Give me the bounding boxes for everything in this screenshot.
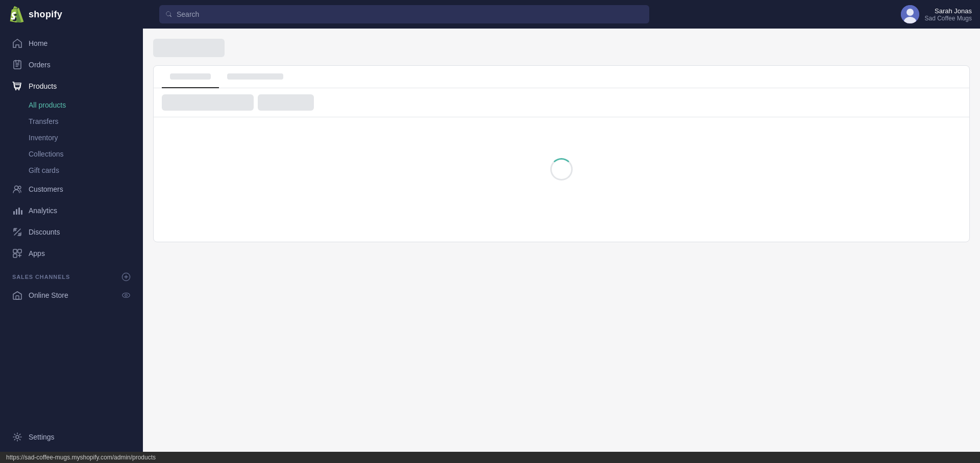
topbar: shopify Sarah Jonas Sad Coffee Mugs <box>0 0 980 29</box>
svg-rect-14 <box>13 249 17 253</box>
sidebar-item-products-label: Products <box>29 82 57 90</box>
svg-point-13 <box>19 234 20 235</box>
sidebar-item-analytics-label: Analytics <box>29 207 57 215</box>
svg-rect-8 <box>13 211 15 215</box>
svg-rect-11 <box>21 210 22 215</box>
svg-point-5 <box>18 89 19 90</box>
sidebar-item-orders-label: Orders <box>29 61 51 69</box>
svg-point-21 <box>16 435 19 439</box>
sales-channels-label: SALES CHANNELS <box>12 274 70 280</box>
sidebar-item-orders[interactable]: Orders <box>4 55 139 75</box>
sidebar-item-online-store-label: Online Store <box>29 291 68 299</box>
sidebar-item-discounts[interactable]: Discounts <box>4 222 139 242</box>
card-tabs <box>154 66 969 88</box>
svg-rect-16 <box>13 254 17 258</box>
svg-point-6 <box>15 186 18 190</box>
search-bar[interactable] <box>159 5 649 23</box>
svg-rect-10 <box>18 208 20 215</box>
sidebar-subitem-gift-cards-label: Gift cards <box>29 166 59 174</box>
sidebar-item-settings[interactable]: Settings <box>4 427 139 447</box>
products-icon <box>12 81 22 91</box>
search-icon <box>165 11 173 18</box>
discounts-icon <box>12 227 22 237</box>
search-input[interactable] <box>177 10 643 18</box>
svg-rect-9 <box>16 209 17 215</box>
user-name: Sarah Jonas <box>924 7 972 15</box>
sidebar-subitem-inventory-label: Inventory <box>29 134 58 142</box>
svg-rect-18 <box>16 296 19 299</box>
user-info: Sarah Jonas Sad Coffee Mugs <box>924 7 972 22</box>
svg-point-12 <box>15 229 16 231</box>
sidebar-subitem-all-products-label: All products <box>29 101 66 109</box>
shopify-logo-icon <box>8 6 24 22</box>
user-store: Sad Coffee Mugs <box>924 15 972 22</box>
sidebar-item-home[interactable]: Home <box>4 33 139 54</box>
svg-point-7 <box>18 186 21 189</box>
sidebar-item-home-label: Home <box>29 39 47 47</box>
tab-skeleton-1 <box>170 73 211 80</box>
svg-point-4 <box>15 89 16 90</box>
sales-channels-header: SALES CHANNELS <box>0 264 143 285</box>
sidebar-subitem-gift-cards[interactable]: Gift cards <box>4 163 139 178</box>
toolbar-search-skeleton <box>162 94 254 111</box>
sidebar-subitem-transfers[interactable]: Transfers <box>4 114 139 129</box>
sidebar-subitem-transfers-label: Transfers <box>29 117 59 125</box>
sidebar-subitem-collections-label: Collections <box>29 150 63 158</box>
sidebar-item-products[interactable]: Products <box>4 76 139 96</box>
main-layout: Home Orders <box>0 29 980 452</box>
online-store-eye-icon[interactable] <box>121 291 131 300</box>
status-bar: https://sad-coffee-mugs.myshopify.com/ad… <box>0 452 980 463</box>
card-toolbar <box>154 88 969 117</box>
apps-icon <box>12 248 22 259</box>
sidebar-item-discounts-label: Discounts <box>29 228 60 236</box>
svg-point-20 <box>125 294 128 297</box>
sidebar-item-analytics[interactable]: Analytics <box>4 200 139 221</box>
svg-point-1 <box>906 9 914 16</box>
tab-all[interactable] <box>162 66 219 88</box>
sidebar-subitem-all-products[interactable]: All products <box>4 97 139 113</box>
sidebar-item-apps-label: Apps <box>29 249 45 258</box>
sidebar-subitem-collections[interactable]: Collections <box>4 146 139 162</box>
add-sales-channel-button[interactable] <box>121 272 131 281</box>
user-area[interactable]: Sarah Jonas Sad Coffee Mugs <box>901 5 972 23</box>
sidebar-subitem-inventory[interactable]: Inventory <box>4 130 139 145</box>
orders-icon <box>12 60 22 70</box>
sidebar-footer: Settings <box>0 422 143 448</box>
sidebar-item-apps[interactable]: Apps <box>4 243 139 264</box>
sidebar-item-customers[interactable]: Customers <box>4 179 139 199</box>
loading-spinner <box>550 158 573 181</box>
sidebar-item-settings-label: Settings <box>29 433 55 441</box>
avatar <box>901 5 919 23</box>
tab-skeleton-2 <box>227 73 283 80</box>
skeleton-button <box>153 39 225 57</box>
loading-area <box>154 117 969 242</box>
home-icon <box>12 38 22 48</box>
settings-icon <box>12 432 22 442</box>
sidebar: Home Orders <box>0 29 143 452</box>
page-header-skeleton <box>153 39 970 57</box>
svg-rect-15 <box>18 249 21 253</box>
svg-point-19 <box>122 293 130 298</box>
content-area <box>143 29 980 452</box>
sidebar-item-customers-label: Customers <box>29 185 63 193</box>
customers-icon <box>12 184 22 194</box>
toolbar-filter-skeleton <box>258 94 314 111</box>
analytics-icon <box>12 205 22 216</box>
logo-area: shopify <box>8 6 151 22</box>
logo-text: shopify <box>29 9 62 20</box>
status-url: https://sad-coffee-mugs.myshopify.com/ad… <box>6 454 156 461</box>
products-card <box>153 65 970 242</box>
store-icon <box>12 290 22 300</box>
sidebar-item-online-store[interactable]: Online Store <box>4 285 139 305</box>
tab-active[interactable] <box>219 66 291 88</box>
